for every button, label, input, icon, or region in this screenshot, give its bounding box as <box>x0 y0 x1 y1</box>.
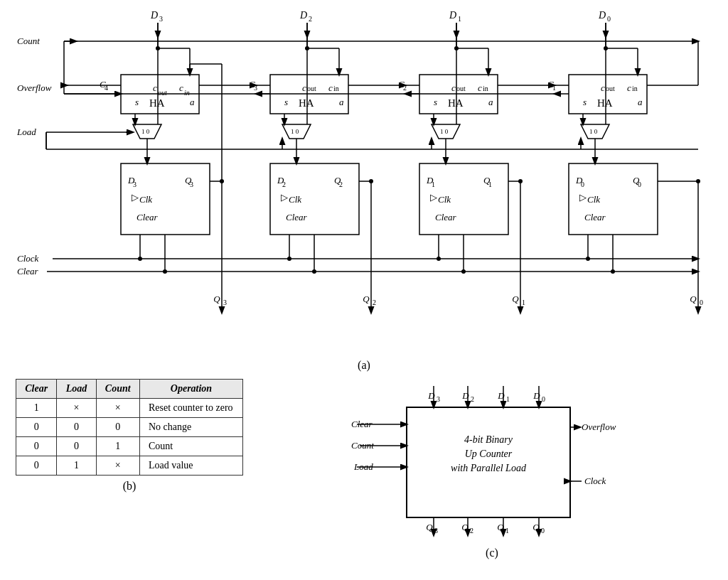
svg-text:2: 2 <box>471 395 474 403</box>
svg-text:in: in <box>333 85 339 92</box>
svg-point-138 <box>156 46 160 50</box>
svg-text:a: a <box>488 97 493 107</box>
table-row: 0 1 × Load value <box>16 456 243 476</box>
cell: 0 <box>16 456 57 476</box>
svg-text:out: out <box>307 85 316 92</box>
svg-text:2: 2 <box>282 181 286 188</box>
svg-text:3: 3 <box>437 395 440 403</box>
svg-text:Clk: Clk <box>139 194 152 205</box>
svg-text:▷: ▷ <box>281 192 288 203</box>
svg-text:1: 1 <box>488 181 492 188</box>
svg-text:Up Counter: Up Counter <box>465 449 513 459</box>
svg-text:Clk: Clk <box>438 194 451 205</box>
svg-text:c: c <box>328 82 333 93</box>
cell: × <box>96 399 139 418</box>
svg-text:▷: ▷ <box>579 192 587 203</box>
svg-text:c: c <box>302 82 306 93</box>
svg-text:D: D <box>299 10 307 21</box>
svg-text:0: 0 <box>607 15 611 23</box>
svg-text:1 0: 1 0 <box>589 128 598 135</box>
cell: 0 <box>16 437 57 456</box>
svg-text:HA: HA <box>448 97 464 109</box>
svg-text:D: D <box>150 10 158 21</box>
svg-text:Clear: Clear <box>17 266 39 276</box>
svg-text:0: 0 <box>542 395 545 403</box>
svg-text:4-bit Binary: 4-bit Binary <box>464 434 513 445</box>
svg-text:s: s <box>583 97 587 107</box>
svg-text:Clear: Clear <box>136 212 159 222</box>
block-diagram-label: (c) <box>486 547 498 559</box>
svg-text:0: 0 <box>541 527 545 535</box>
cell: 1 <box>57 456 96 476</box>
svg-text:0: 0 <box>700 299 703 306</box>
cell: × <box>57 399 96 418</box>
svg-text:c: c <box>601 82 605 93</box>
svg-text:s: s <box>284 97 288 107</box>
svg-text:3: 3 <box>190 181 193 188</box>
svg-text:3: 3 <box>434 527 438 535</box>
svg-text:in: in <box>184 89 190 97</box>
col-operation: Operation <box>139 380 242 399</box>
svg-text:with Parallel Load: with Parallel Load <box>451 463 527 473</box>
cell-operation: Load value <box>139 456 242 476</box>
svg-text:Q: Q <box>213 294 220 304</box>
svg-text:HA: HA <box>299 97 314 109</box>
svg-text:1: 1 <box>505 527 509 535</box>
col-clear: Clear <box>16 380 57 399</box>
svg-text:c: c <box>627 82 631 93</box>
svg-text:Q: Q <box>363 294 370 304</box>
svg-text:1 0: 1 0 <box>440 128 449 135</box>
cell: 0 <box>16 418 57 437</box>
svg-text:in: in <box>632 85 638 92</box>
cell: 0 <box>57 418 96 437</box>
cell-operation: Reset counter to zero <box>139 399 242 418</box>
col-count: Count <box>96 380 139 399</box>
diagram-a-label: (a) <box>358 359 370 372</box>
svg-text:1 0: 1 0 <box>141 128 150 135</box>
block-section: 4-bit Binary Up Counter with Parallel Lo… <box>272 379 712 559</box>
svg-text:2: 2 <box>339 181 343 188</box>
svg-text:a: a <box>190 97 195 107</box>
svg-text:Overflow: Overflow <box>582 421 616 432</box>
svg-text:Count: Count <box>17 36 40 46</box>
svg-text:1: 1 <box>506 395 510 403</box>
svg-text:Clear: Clear <box>584 212 606 222</box>
truth-table: Clear Load Count Operation 1 × × Reset c… <box>16 379 243 476</box>
svg-text:Clear: Clear <box>286 212 308 222</box>
svg-text:a: a <box>638 97 643 107</box>
main-container: c out c in s HA a c out c in s HA a c ou… <box>0 0 728 580</box>
bottom-row: Clear Load Count Operation 1 × × Reset c… <box>16 379 712 559</box>
svg-text:Clock: Clock <box>17 253 39 264</box>
cell-operation: Count <box>139 437 242 456</box>
svg-text:0: 0 <box>581 181 584 188</box>
svg-text:c: c <box>451 82 456 93</box>
svg-text:D: D <box>449 10 456 21</box>
cell: 0 <box>57 437 96 456</box>
table-row: 1 × × Reset counter to zero <box>16 399 243 418</box>
table-section: Clear Load Count Operation 1 × × Reset c… <box>16 379 243 493</box>
cell-operation: No change <box>139 418 242 437</box>
svg-text:0: 0 <box>638 181 641 188</box>
svg-text:1: 1 <box>432 181 435 188</box>
table-row: 0 0 0 No change <box>16 418 243 437</box>
svg-text:HA: HA <box>597 97 613 109</box>
svg-point-144 <box>604 46 608 50</box>
svg-text:s: s <box>434 97 437 107</box>
col-load: Load <box>57 380 96 399</box>
svg-text:c: c <box>179 82 183 93</box>
svg-point-140 <box>305 46 309 50</box>
svg-text:1 0: 1 0 <box>291 128 299 135</box>
svg-text:Overflow: Overflow <box>17 82 52 93</box>
svg-text:2: 2 <box>309 15 312 23</box>
svg-text:Q: Q <box>690 294 697 304</box>
svg-text:out: out <box>158 89 167 97</box>
svg-text:1: 1 <box>522 299 525 306</box>
svg-text:3: 3 <box>133 181 136 188</box>
svg-text:Load: Load <box>16 127 36 137</box>
svg-text:▷: ▷ <box>430 192 437 203</box>
table-row: 0 0 1 Count <box>16 437 243 456</box>
svg-text:s: s <box>135 97 139 107</box>
svg-text:HA: HA <box>149 97 165 109</box>
svg-text:3: 3 <box>159 15 163 23</box>
svg-text:2: 2 <box>470 527 473 535</box>
